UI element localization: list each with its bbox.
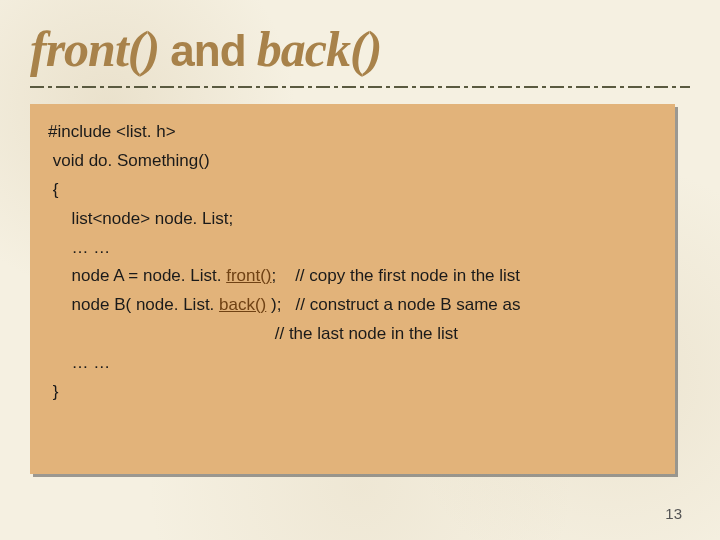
code-line: void do. Something() — [48, 151, 210, 170]
code-line: ); — [266, 295, 281, 314]
code-line: list<node> node. List; — [48, 209, 233, 228]
slide-title: front() and back() — [30, 20, 690, 78]
title-front: front() — [30, 21, 159, 77]
back-call: back() — [219, 295, 266, 314]
code-line: node A = node. List. — [48, 266, 226, 285]
code-line: node B( node. List. — [48, 295, 219, 314]
code-line: #include <list. h> — [48, 122, 176, 141]
title-back: back() — [257, 21, 382, 77]
code-line: { — [48, 180, 58, 199]
slide: front() and back() #include <list. h> vo… — [0, 0, 720, 540]
code-line: … … — [48, 238, 110, 257]
code-comment: // construct a node B same as — [281, 295, 520, 314]
title-separator — [30, 86, 690, 88]
code-comment: // copy the first node in the list — [276, 266, 520, 285]
code-block: #include <list. h> void do. Something() … — [30, 104, 675, 474]
code-comment: // the last node in the list — [48, 324, 458, 343]
page-number: 13 — [665, 505, 682, 522]
front-call: front() — [226, 266, 271, 285]
code-line: } — [48, 382, 58, 401]
title-joiner: and — [159, 26, 257, 75]
code-line: … … — [48, 353, 110, 372]
